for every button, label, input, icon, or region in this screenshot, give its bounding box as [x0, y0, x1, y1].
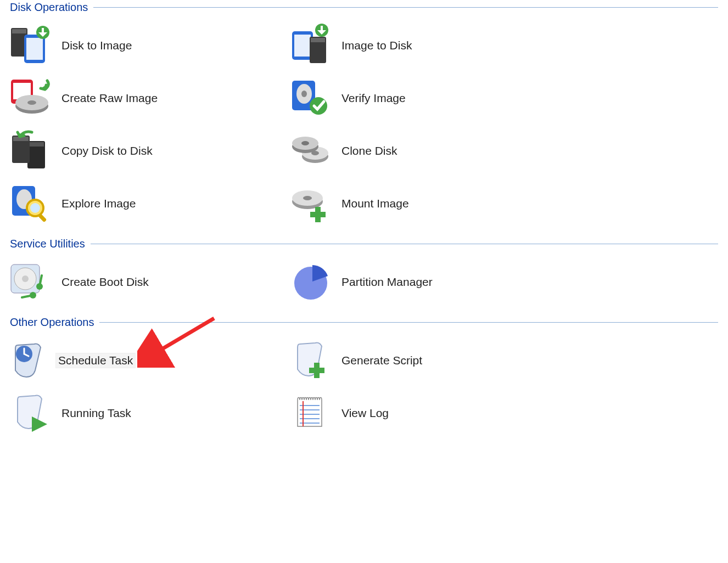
section-rule: [99, 322, 718, 323]
verify-image-icon: [285, 73, 336, 123]
svg-rect-6: [294, 35, 311, 57]
section-title-service: Service Utilities: [10, 238, 85, 250]
section-rule: [93, 7, 718, 8]
item-generate-script[interactable]: Generate Script: [283, 334, 728, 387]
item-explore-image[interactable]: Explore Image: [3, 177, 283, 230]
view-log-icon: [285, 388, 336, 438]
svg-rect-1: [12, 29, 26, 33]
svg-rect-8: [311, 38, 325, 42]
copy-disk-icon: [5, 126, 56, 176]
section-header-service: Service Utilities: [0, 237, 728, 252]
item-label: Image to Disk: [336, 39, 412, 52]
svg-point-41: [22, 275, 29, 282]
section-title-other: Other Operations: [10, 316, 94, 329]
item-running-task[interactable]: Running Task: [3, 387, 283, 440]
item-label: Verify Image: [336, 92, 406, 105]
item-image-to-disk[interactable]: Image to Disk: [283, 19, 728, 72]
section-title-disk: Disk Operations: [10, 1, 88, 14]
disk-to-image-icon: [5, 20, 56, 71]
create-boot-disk-icon: [5, 257, 56, 307]
svg-point-17: [301, 91, 307, 97]
svg-point-36: [303, 196, 312, 200]
grid-other: Schedule Task Generate Script Running Ta…: [0, 331, 728, 446]
svg-rect-38: [310, 212, 326, 217]
svg-rect-3: [26, 38, 43, 60]
svg-point-28: [301, 141, 309, 145]
item-label: View Log: [336, 407, 389, 420]
item-label: Create Raw Image: [56, 92, 158, 105]
item-label: Explore Image: [56, 197, 136, 210]
running-task-icon: [5, 388, 56, 438]
svg-point-32: [30, 203, 40, 213]
item-schedule-task[interactable]: Schedule Task: [3, 334, 283, 387]
item-copy-disk-to-disk[interactable]: Copy Disk to Disk: [3, 125, 283, 177]
item-create-raw-image[interactable]: Create Raw Image: [3, 72, 283, 125]
image-to-disk-icon: [285, 20, 336, 71]
item-label: Clone Disk: [336, 144, 397, 157]
item-mount-image[interactable]: Mount Image: [283, 177, 728, 230]
create-raw-image-icon: [5, 73, 56, 123]
item-label: Disk to Image: [56, 39, 132, 52]
item-label: Create Boot Disk: [56, 275, 149, 289]
item-label: Mount Image: [336, 197, 409, 210]
section-header-disk: Disk Operations: [0, 0, 728, 16]
section-header-other: Other Operations: [0, 315, 728, 331]
clone-disk-icon: [285, 126, 336, 176]
grid-service: Create Boot Disk Partition Manager: [0, 252, 728, 315]
explore-image-icon: [5, 178, 56, 229]
item-label: Generate Script: [336, 354, 422, 367]
svg-rect-20: [29, 142, 44, 147]
item-label: Schedule Task: [56, 353, 135, 368]
section-rule: [91, 244, 718, 244]
item-clone-disk[interactable]: Clone Disk: [283, 125, 728, 177]
item-create-boot-disk[interactable]: Create Boot Disk: [3, 256, 283, 308]
item-view-log[interactable]: View Log: [283, 387, 728, 440]
mount-image-icon: [285, 178, 336, 229]
item-label: Copy Disk to Disk: [56, 144, 153, 157]
item-partition-manager[interactable]: Partition Manager: [283, 256, 728, 308]
item-disk-to-image[interactable]: Disk to Image: [3, 19, 283, 72]
svg-rect-47: [309, 368, 324, 373]
item-label: Partition Manager: [336, 275, 433, 289]
item-label: Running Task: [56, 407, 131, 420]
grid-disk: Disk to Image Image to Disk: [0, 16, 728, 237]
schedule-task-icon: [5, 335, 56, 386]
item-verify-image[interactable]: Verify Image: [283, 72, 728, 125]
svg-point-14: [27, 100, 36, 105]
generate-script-icon: [285, 335, 336, 386]
partition-manager-icon: [285, 257, 336, 307]
